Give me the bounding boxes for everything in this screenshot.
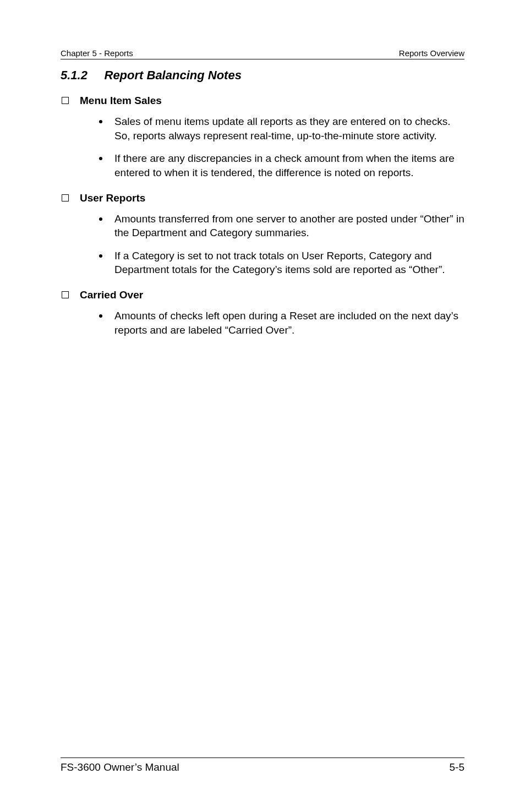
group-menu-item-sales: Menu Item Sales Sales of menu items upda…: [61, 95, 464, 180]
list-item: Amounts transferred from one server to a…: [99, 212, 464, 240]
header-right: Reports Overview: [399, 48, 464, 58]
bullet-icon: [99, 157, 102, 160]
group-user-reports: User Reports Amounts transferred from on…: [61, 192, 464, 277]
section-title: 5.1.2 Report Balancing Notes: [61, 68, 464, 83]
list-item: Amounts of checks left open during a Res…: [99, 309, 464, 337]
list-item: If there are any discrepancies in a chec…: [99, 151, 464, 179]
bullet-text: Amounts transferred from one server to a…: [114, 212, 464, 240]
list-item: If a Category is set to not track totals…: [99, 249, 464, 277]
bullet-icon: [99, 120, 102, 123]
bullet-text: Amounts of checks left open during a Res…: [114, 309, 464, 337]
page-footer: FS-3600 Owner’s Manual 5-5: [61, 757, 464, 773]
checkbox-icon: [62, 291, 69, 298]
bullet-text: Sales of menu items update all reports a…: [114, 115, 464, 143]
checkbox-icon: [62, 97, 69, 104]
bullet-text: If a Category is set to not track totals…: [114, 249, 464, 277]
sub-heading: Carried Over: [80, 289, 143, 301]
bullet-icon: [99, 217, 102, 221]
page-header: Chapter 5 - Reports Reports Overview: [61, 48, 464, 59]
header-left: Chapter 5 - Reports: [61, 48, 133, 58]
footer-right: 5-5: [450, 761, 464, 773]
bullet-icon: [99, 314, 102, 318]
section-number: 5.1.2: [61, 68, 88, 82]
bullet-text: If there are any discrepancies in a chec…: [114, 151, 464, 179]
checkbox-icon: [62, 194, 69, 201]
sub-heading: User Reports: [80, 192, 145, 204]
sub-heading: Menu Item Sales: [80, 95, 162, 107]
list-item: Sales of menu items update all reports a…: [99, 115, 464, 143]
bullet-icon: [99, 254, 102, 258]
section-heading: Report Balancing Notes: [105, 68, 242, 82]
group-carried-over: Carried Over Amounts of checks left open…: [61, 289, 464, 337]
footer-left: FS-3600 Owner’s Manual: [61, 761, 179, 773]
